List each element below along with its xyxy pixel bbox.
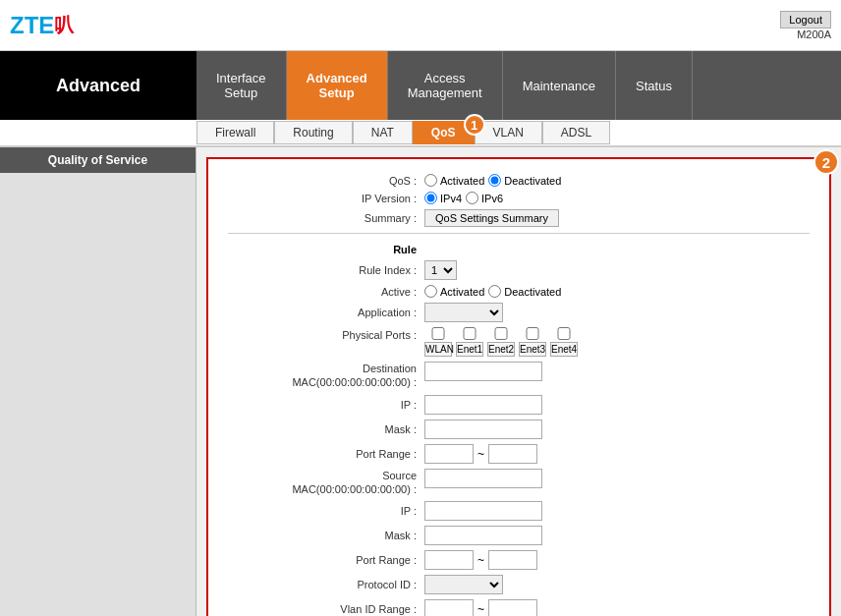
application-select[interactable] (424, 303, 503, 322)
ip-version-control: IPv4 IPv6 (424, 192, 503, 204)
active-activated-radio[interactable] (424, 285, 437, 298)
dest-ip-control (424, 395, 542, 415)
src-mac-control (424, 469, 542, 488)
rule-index-label: Rule Index : (228, 264, 424, 276)
nav-item-interface-setup[interactable]: InterfaceSetup (196, 51, 287, 120)
src-ip-control (424, 501, 542, 521)
port-enet1-label: Enet1 (456, 342, 483, 357)
vlan-id-from-input[interactable] (424, 599, 474, 616)
sub-nav-adsl[interactable]: ADSL (542, 121, 610, 144)
physical-ports-label: Physical Ports : (228, 327, 424, 341)
src-port-from-input[interactable] (424, 550, 474, 570)
dest-mask-label: Mask : (228, 423, 424, 435)
port-enet2-label: Enet2 (487, 342, 515, 357)
active-control: Activated Deactivated (424, 285, 561, 298)
logout-area: Logout M200A (780, 11, 831, 40)
top-nav: Advanced InterfaceSetup AdvancedSetup Ac… (0, 51, 841, 120)
dest-port-to-input[interactable] (488, 444, 537, 464)
port-enet2-checkbox[interactable] (487, 327, 515, 340)
nav-item-advanced-setup[interactable]: AdvancedSetup (287, 51, 388, 120)
dest-mac-control (424, 362, 542, 381)
protocol-id-select[interactable] (424, 575, 503, 594)
src-ip-label: IP : (228, 505, 424, 517)
qos-label: QoS : (228, 175, 424, 187)
dest-mask-control (424, 420, 542, 439)
src-ip-row: IP : (228, 501, 810, 521)
dest-ip-label: IP : (228, 399, 424, 411)
port-enet4-checkbox[interactable] (550, 327, 578, 340)
sub-nav-qos[interactable]: QoS 1 (413, 121, 475, 144)
badge-2: 2 (813, 149, 839, 175)
nav-item-status[interactable]: Status (616, 51, 693, 120)
application-label: Application : (228, 307, 424, 318)
src-mac-input[interactable] (424, 469, 542, 488)
sidebar: Quality of Service (0, 147, 196, 616)
vlan-id-row: Vlan ID Range : ~ (228, 599, 810, 616)
dest-mac-row: DestinationMAC(00:00:00:00:00:00) : (228, 362, 810, 390)
qos-activated-label[interactable]: Activated (424, 174, 484, 187)
port-enet3-label: Enet3 (519, 342, 546, 357)
sidebar-quality-of-service[interactable]: Quality of Service (0, 147, 196, 173)
summary-control: QoS Settings Summary (424, 209, 559, 227)
ipv6-radio[interactable] (466, 192, 478, 204)
port-enet3-checkbox[interactable] (519, 327, 546, 340)
qos-deactivated-label[interactable]: Deactivated (488, 174, 561, 187)
rule-index-select[interactable]: 1 (424, 260, 457, 280)
src-ip-input[interactable] (424, 501, 542, 521)
application-row: Application : (228, 303, 810, 322)
nav-section-label: Advanced (0, 51, 196, 120)
port-wlan-label: WLAN (424, 342, 452, 357)
summary-label: Summary : (228, 212, 424, 224)
logo: ZTE 叭 (10, 12, 74, 39)
dest-mac-input[interactable] (424, 362, 542, 381)
qos-deactivated-radio[interactable] (488, 174, 501, 187)
dest-mac-label: DestinationMAC(00:00:00:00:00:00) : (228, 362, 424, 390)
dest-port-row: Port Range : ~ (228, 444, 810, 464)
qos-activated-radio[interactable] (424, 174, 437, 187)
active-label: Active : (228, 286, 424, 298)
nav-item-maintenance[interactable]: Maintenance (503, 51, 616, 120)
qos-control: Activated Deactivated (424, 174, 561, 187)
logout-button[interactable]: Logout (780, 11, 831, 28)
port-enet4-label: Enet4 (550, 342, 578, 357)
vlan-id-control: ~ (424, 599, 537, 616)
sub-nav-nat[interactable]: NAT (353, 121, 413, 144)
vlan-id-to-input[interactable] (488, 599, 537, 616)
ipv4-radio[interactable] (424, 192, 437, 204)
sub-nav: Firewall Routing NAT QoS 1 VLAN ADSL (0, 120, 841, 147)
active-deactivated-radio[interactable] (488, 285, 501, 298)
src-mask-label: Mask : (228, 530, 424, 541)
ipv4-label[interactable]: IPv4 (424, 192, 462, 204)
summary-row: Summary : QoS Settings Summary (228, 209, 810, 227)
dest-port-control: ~ (424, 444, 537, 464)
dest-port-from-input[interactable] (424, 444, 474, 464)
active-activated-label[interactable]: Activated (424, 285, 484, 298)
src-port-control: ~ (424, 550, 537, 570)
src-port-to-input[interactable] (488, 550, 537, 570)
rule-index-row: Rule Index : 1 (228, 260, 810, 280)
device-name: M200A (780, 28, 831, 40)
sub-nav-firewall[interactable]: Firewall (196, 121, 274, 144)
src-port-label: Port Range : (228, 554, 424, 566)
dest-mask-input[interactable] (424, 420, 542, 439)
vlan-id-label: Vlan ID Range : (228, 603, 424, 615)
tilde-1: ~ (477, 447, 484, 461)
dest-ip-input[interactable] (424, 395, 542, 415)
nav-item-access-management[interactable]: AccessManagement (388, 51, 503, 120)
ip-version-row: IP Version : IPv4 IPv6 (228, 192, 810, 204)
sub-nav-routing[interactable]: Routing (274, 121, 352, 144)
application-control (424, 303, 503, 322)
active-deactivated-label[interactable]: Deactivated (488, 285, 561, 298)
ip-version-label: IP Version : (228, 193, 424, 204)
src-port-row: Port Range : ~ (228, 550, 810, 570)
port-enet1-checkbox[interactable] (456, 327, 483, 340)
port-wlan-checkbox[interactable] (424, 327, 452, 340)
src-mask-input[interactable] (424, 526, 542, 545)
protocol-id-row: Protocol ID : (228, 575, 810, 594)
summary-button[interactable]: QoS Settings Summary (424, 209, 559, 227)
src-mask-control (424, 526, 542, 545)
ipv6-label[interactable]: IPv6 (466, 192, 503, 204)
header: ZTE 叭 Logout M200A (0, 0, 841, 51)
physical-ports-row: Physical Ports : (228, 327, 810, 357)
protocol-id-control (424, 575, 503, 594)
